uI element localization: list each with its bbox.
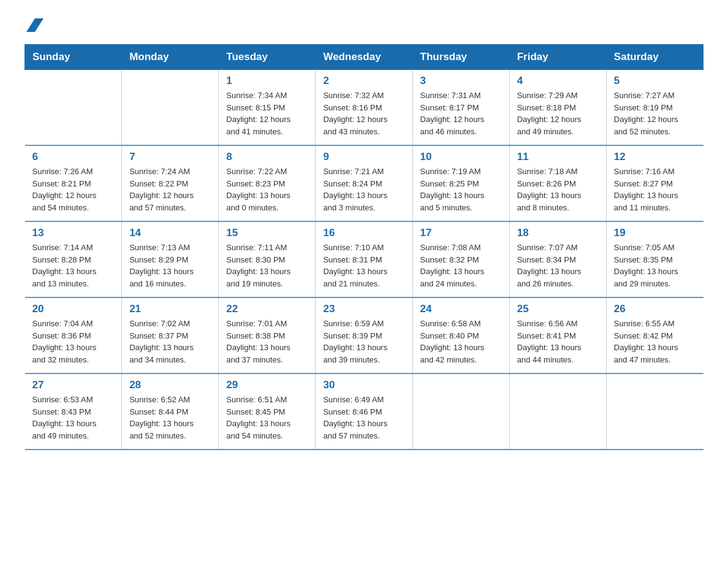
day-info: Sunrise: 7:11 AM Sunset: 8:30 PM Dayligh… — [226, 242, 308, 289]
calendar-cell: 7Sunrise: 7:24 AM Sunset: 8:22 PM Daylig… — [122, 145, 219, 221]
calendar-cell: 21Sunrise: 7:02 AM Sunset: 8:37 PM Dayli… — [122, 297, 219, 373]
calendar-cell: 14Sunrise: 7:13 AM Sunset: 8:29 PM Dayli… — [122, 221, 219, 297]
week-row-1: 1Sunrise: 7:34 AM Sunset: 8:15 PM Daylig… — [25, 70, 703, 146]
calendar-cell: 30Sunrise: 6:49 AM Sunset: 8:46 PM Dayli… — [316, 373, 412, 450]
page-header — [25, 18, 703, 33]
day-number: 17 — [420, 227, 502, 239]
day-number: 9 — [323, 151, 404, 163]
calendar-cell — [412, 373, 509, 450]
calendar-cell: 2Sunrise: 7:32 AM Sunset: 8:16 PM Daylig… — [316, 70, 412, 146]
day-info: Sunrise: 7:22 AM Sunset: 8:23 PM Dayligh… — [226, 166, 308, 213]
day-header-saturday: Saturday — [606, 45, 703, 70]
day-info: Sunrise: 6:51 AM Sunset: 8:45 PM Dayligh… — [226, 394, 308, 442]
calendar-cell: 15Sunrise: 7:11 AM Sunset: 8:30 PM Dayli… — [219, 221, 316, 297]
day-info: Sunrise: 7:10 AM Sunset: 8:31 PM Dayligh… — [323, 242, 404, 289]
day-number: 18 — [517, 227, 599, 239]
week-row-4: 20Sunrise: 7:04 AM Sunset: 8:36 PM Dayli… — [25, 297, 703, 373]
calendar-cell: 22Sunrise: 7:01 AM Sunset: 8:38 PM Dayli… — [219, 297, 316, 373]
calendar-cell: 20Sunrise: 7:04 AM Sunset: 8:36 PM Dayli… — [25, 297, 122, 373]
day-info: Sunrise: 7:27 AM Sunset: 8:19 PM Dayligh… — [614, 90, 696, 137]
day-info: Sunrise: 6:52 AM Sunset: 8:44 PM Dayligh… — [129, 394, 211, 442]
day-number: 26 — [614, 303, 696, 315]
logo-text-row1 — [25, 18, 44, 33]
calendar-cell: 8Sunrise: 7:22 AM Sunset: 8:23 PM Daylig… — [219, 145, 316, 221]
logo-icon — [25, 18, 44, 33]
day-number: 5 — [614, 75, 696, 87]
day-number: 19 — [614, 227, 696, 239]
day-header-thursday: Thursday — [412, 45, 509, 70]
logo-triangle-left — [26, 18, 35, 32]
day-number: 29 — [226, 379, 308, 391]
calendar-cell: 23Sunrise: 6:59 AM Sunset: 8:39 PM Dayli… — [316, 297, 412, 373]
calendar-cell: 9Sunrise: 7:21 AM Sunset: 8:24 PM Daylig… — [316, 145, 412, 221]
day-info: Sunrise: 7:08 AM Sunset: 8:32 PM Dayligh… — [420, 242, 502, 289]
day-info: Sunrise: 6:59 AM Sunset: 8:39 PM Dayligh… — [323, 318, 404, 366]
day-info: Sunrise: 7:04 AM Sunset: 8:36 PM Dayligh… — [32, 318, 115, 366]
day-info: Sunrise: 7:01 AM Sunset: 8:38 PM Dayligh… — [226, 318, 308, 366]
week-row-2: 6Sunrise: 7:26 AM Sunset: 8:21 PM Daylig… — [25, 145, 703, 221]
calendar-cell: 19Sunrise: 7:05 AM Sunset: 8:35 PM Dayli… — [606, 221, 703, 297]
day-number: 20 — [32, 303, 115, 315]
day-header-monday: Monday — [122, 45, 219, 70]
week-row-5: 27Sunrise: 6:53 AM Sunset: 8:43 PM Dayli… — [25, 373, 703, 450]
day-number: 7 — [129, 151, 211, 163]
calendar-cell: 13Sunrise: 7:14 AM Sunset: 8:28 PM Dayli… — [25, 221, 122, 297]
day-number: 10 — [420, 151, 502, 163]
calendar-cell — [25, 70, 122, 146]
day-number: 23 — [323, 303, 404, 315]
day-number: 1 — [226, 75, 308, 87]
day-number: 11 — [517, 151, 599, 163]
day-number: 2 — [323, 75, 404, 87]
day-number: 21 — [129, 303, 211, 315]
week-row-3: 13Sunrise: 7:14 AM Sunset: 8:28 PM Dayli… — [25, 221, 703, 297]
day-header-wednesday: Wednesday — [316, 45, 412, 70]
day-number: 6 — [32, 151, 115, 163]
day-number: 16 — [323, 227, 404, 239]
day-number: 8 — [226, 151, 308, 163]
calendar-cell: 25Sunrise: 6:56 AM Sunset: 8:41 PM Dayli… — [509, 297, 606, 373]
day-number: 4 — [517, 75, 599, 87]
logo — [25, 18, 44, 33]
calendar-header: SundayMondayTuesdayWednesdayThursdayFrid… — [25, 45, 703, 70]
day-info: Sunrise: 7:18 AM Sunset: 8:26 PM Dayligh… — [517, 166, 599, 213]
day-number: 3 — [420, 75, 502, 87]
calendar-cell: 6Sunrise: 7:26 AM Sunset: 8:21 PM Daylig… — [25, 145, 122, 221]
day-number: 14 — [129, 227, 211, 239]
day-info: Sunrise: 7:26 AM Sunset: 8:21 PM Dayligh… — [32, 166, 115, 213]
day-header-friday: Friday — [509, 45, 606, 70]
calendar-cell: 24Sunrise: 6:58 AM Sunset: 8:40 PM Dayli… — [412, 297, 509, 373]
day-info: Sunrise: 6:49 AM Sunset: 8:46 PM Dayligh… — [323, 394, 404, 442]
calendar-cell: 18Sunrise: 7:07 AM Sunset: 8:34 PM Dayli… — [509, 221, 606, 297]
calendar-cell: 27Sunrise: 6:53 AM Sunset: 8:43 PM Dayli… — [25, 373, 122, 450]
calendar-cell — [606, 373, 703, 450]
calendar-table: SundayMondayTuesdayWednesdayThursdayFrid… — [25, 44, 703, 450]
day-info: Sunrise: 7:16 AM Sunset: 8:27 PM Dayligh… — [614, 166, 696, 213]
calendar-cell — [122, 70, 219, 146]
day-header-tuesday: Tuesday — [219, 45, 316, 70]
day-info: Sunrise: 7:02 AM Sunset: 8:37 PM Dayligh… — [129, 318, 211, 366]
day-info: Sunrise: 7:32 AM Sunset: 8:16 PM Dayligh… — [323, 90, 404, 137]
calendar-cell: 11Sunrise: 7:18 AM Sunset: 8:26 PM Dayli… — [509, 145, 606, 221]
day-info: Sunrise: 7:07 AM Sunset: 8:34 PM Dayligh… — [517, 242, 599, 289]
day-number: 12 — [614, 151, 696, 163]
day-number: 30 — [323, 379, 404, 391]
day-info: Sunrise: 7:34 AM Sunset: 8:15 PM Dayligh… — [226, 90, 308, 137]
day-info: Sunrise: 7:05 AM Sunset: 8:35 PM Dayligh… — [614, 242, 696, 289]
day-info: Sunrise: 6:53 AM Sunset: 8:43 PM Dayligh… — [32, 394, 115, 442]
calendar-cell: 28Sunrise: 6:52 AM Sunset: 8:44 PM Dayli… — [122, 373, 219, 450]
day-info: Sunrise: 7:24 AM Sunset: 8:22 PM Dayligh… — [129, 166, 211, 213]
calendar-cell — [509, 373, 606, 450]
day-info: Sunrise: 6:56 AM Sunset: 8:41 PM Dayligh… — [517, 318, 599, 366]
day-number: 13 — [32, 227, 115, 239]
calendar-cell: 12Sunrise: 7:16 AM Sunset: 8:27 PM Dayli… — [606, 145, 703, 221]
day-number: 24 — [420, 303, 502, 315]
calendar-cell: 16Sunrise: 7:10 AM Sunset: 8:31 PM Dayli… — [316, 221, 412, 297]
day-number: 27 — [32, 379, 115, 391]
calendar-cell: 5Sunrise: 7:27 AM Sunset: 8:19 PM Daylig… — [606, 70, 703, 146]
page-container: SundayMondayTuesdayWednesdayThursdayFrid… — [25, 18, 703, 450]
day-info: Sunrise: 7:19 AM Sunset: 8:25 PM Dayligh… — [420, 166, 502, 213]
calendar-cell: 26Sunrise: 6:55 AM Sunset: 8:42 PM Dayli… — [606, 297, 703, 373]
calendar-cell: 10Sunrise: 7:19 AM Sunset: 8:25 PM Dayli… — [412, 145, 509, 221]
day-info: Sunrise: 7:31 AM Sunset: 8:17 PM Dayligh… — [420, 90, 502, 137]
logo-triangle-right — [35, 18, 44, 32]
